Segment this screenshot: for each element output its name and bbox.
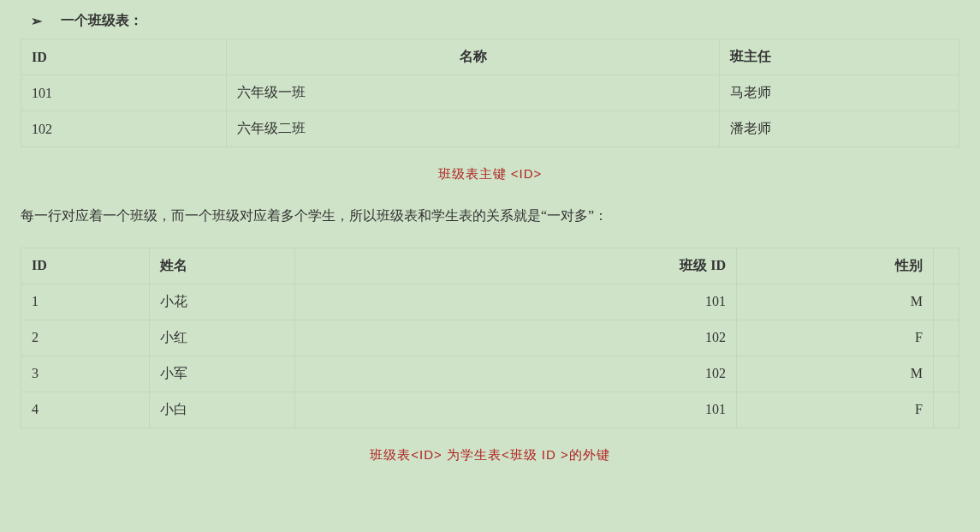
- cell-id: 101: [21, 75, 227, 111]
- caption-text: 班级表主键: [438, 166, 507, 181]
- cell-name: 小军: [150, 356, 295, 392]
- caption-tag: <ID>: [411, 447, 442, 462]
- cell-class-id: 101: [295, 284, 737, 320]
- cell-spacer: [934, 392, 959, 427]
- table-header-row: ID 姓名 班级 ID 性别: [21, 248, 959, 284]
- table-row: 102 六年级二班 潘老师: [21, 111, 959, 147]
- col-name: 姓名: [150, 248, 295, 284]
- relationship-paragraph: 每一行对应着一个班级，而一个班级对应着多个学生，所以班级表和学生表的关系就是“一…: [21, 205, 959, 227]
- col-gender: 性别: [737, 248, 934, 284]
- cell-teacher: 马老师: [720, 75, 959, 111]
- cell-spacer: [934, 356, 959, 392]
- cell-name: 小白: [150, 392, 295, 427]
- bullet-heading: ➢ 一个班级表：: [21, 10, 959, 39]
- table-header-row: ID 名称 班主任: [21, 39, 959, 75]
- cell-teacher: 潘老师: [720, 111, 959, 147]
- student-table: ID 姓名 班级 ID 性别 1 小花 101 M 2 小红 102 F 3 小…: [21, 248, 959, 428]
- cell-id: 1: [21, 284, 150, 320]
- table-row: 1 小花 101 M: [21, 284, 959, 320]
- cell-gender: F: [737, 320, 934, 356]
- class-table: ID 名称 班主任 101 六年级一班 马老师 102 六年级二班 潘老师: [21, 39, 959, 147]
- cell-name: 小红: [150, 320, 295, 356]
- col-name: 名称: [227, 39, 720, 75]
- col-teacher: 班主任: [720, 39, 959, 75]
- cell-gender: M: [737, 284, 934, 320]
- table-row: 4 小白 101 F: [21, 392, 959, 427]
- cell-id: 4: [21, 392, 150, 427]
- table-row: 101 六年级一班 马老师: [21, 75, 959, 111]
- cell-id: 2: [21, 320, 150, 356]
- caption-tag: <班级 ID >: [502, 447, 569, 462]
- cell-class-id: 102: [295, 356, 737, 392]
- caption-tag: <ID>: [507, 166, 543, 181]
- cell-class-id: 101: [295, 392, 737, 427]
- cell-gender: F: [737, 392, 934, 427]
- col-id: ID: [21, 39, 227, 75]
- cell-spacer: [934, 320, 959, 356]
- table-row: 3 小军 102 M: [21, 356, 959, 392]
- cell-spacer: [934, 284, 959, 320]
- cell-id: 3: [21, 356, 150, 392]
- cell-name: 小花: [150, 284, 295, 320]
- col-class-id: 班级 ID: [295, 248, 737, 284]
- cell-id: 102: [21, 111, 227, 147]
- cell-gender: M: [737, 356, 934, 392]
- caption-text: 为学生表: [442, 447, 502, 462]
- cell-name: 六年级一班: [227, 75, 720, 111]
- col-id: ID: [21, 248, 150, 284]
- cell-class-id: 102: [295, 320, 737, 356]
- caption-text: 班级表: [370, 447, 411, 462]
- cell-name: 六年级二班: [227, 111, 720, 147]
- table-caption-primary-key: 班级表主键 <ID>: [21, 166, 959, 182]
- caption-text: 的外键: [569, 447, 610, 462]
- chevron-right-icon: ➢: [31, 13, 42, 29]
- table-row: 2 小红 102 F: [21, 320, 959, 356]
- col-spacer: [934, 248, 959, 284]
- section-title: 一个班级表：: [61, 12, 143, 30]
- table-caption-foreign-key: 班级表<ID> 为学生表<班级 ID >的外键: [21, 447, 959, 463]
